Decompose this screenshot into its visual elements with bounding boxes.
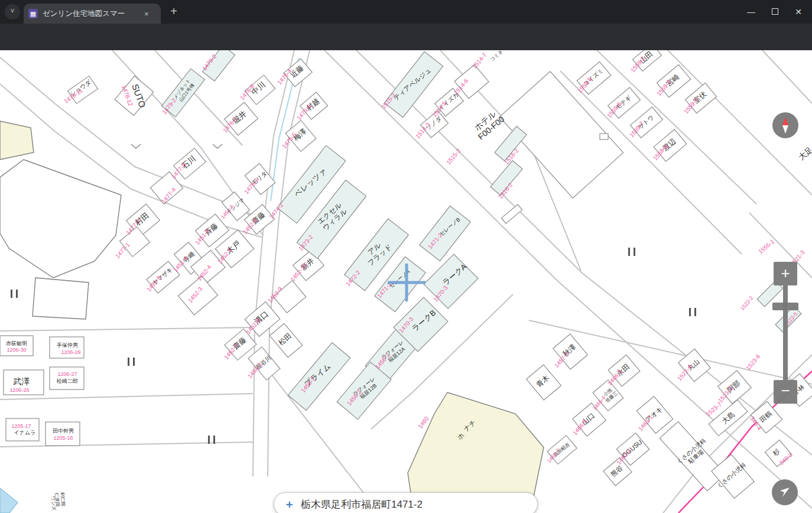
zenrin-map[interactable]: ショウダ1478-11SUTO1478-121479-21479-2メゾネット山… xyxy=(0,50,812,513)
tab-close-icon[interactable]: × xyxy=(144,9,149,18)
map-area xyxy=(0,121,34,160)
browser-tab[interactable]: ▦ ゼンリン住宅地図スマー × xyxy=(24,4,161,24)
new-tab-button[interactable]: + xyxy=(167,5,181,18)
map-label: コミネ xyxy=(489,50,504,62)
maximize-icon xyxy=(772,8,778,15)
map-area xyxy=(33,278,89,319)
map-road xyxy=(253,50,294,476)
map-label: 1206-30 xyxy=(7,347,26,353)
map-area xyxy=(0,488,18,513)
address-search-value[interactable]: 栃木県足利市福居町1471-2 xyxy=(301,498,423,511)
map-label: 1205-17 xyxy=(11,423,31,429)
map-label: ホテルF00-F00 xyxy=(470,107,506,142)
zoom-out-button[interactable]: − xyxy=(774,380,797,404)
map-building xyxy=(46,422,80,446)
map-label: 1522-2 xyxy=(739,295,755,311)
zoom-slider-track[interactable] xyxy=(783,285,788,380)
map-label: 1515-2 xyxy=(445,147,462,165)
map-label: 武澤 xyxy=(13,376,30,386)
map-building xyxy=(600,134,608,139)
compass-needle-icon xyxy=(772,112,798,138)
map-area xyxy=(0,160,121,278)
tab-search-button[interactable]: ˅ xyxy=(5,4,20,20)
tab-title: ゼンリン住宅地図スマー xyxy=(43,9,142,19)
zenrin-favicon-icon: ▦ xyxy=(28,9,38,18)
locate-arrow-icon xyxy=(772,479,798,505)
current-location-button[interactable] xyxy=(772,479,798,505)
crosshair-plus-icon: ＋ xyxy=(284,496,295,512)
window-maximize-button[interactable] xyxy=(769,6,781,18)
map-label: 大足 xyxy=(797,145,812,161)
zoom-in-button[interactable]: + xyxy=(774,262,797,285)
map-label: 1205-16 xyxy=(53,435,73,441)
zoom-slider-handle[interactable] xyxy=(772,303,798,310)
compass-button[interactable] xyxy=(772,112,798,138)
map-label: イナムラ xyxy=(14,430,36,436)
map-label: 松崎二郎 xyxy=(56,378,78,384)
map-label: 1514-7 xyxy=(471,51,488,70)
browser-toolbar: ← → ⟳ app.zip-site.com/smt/app/map.htm ★… xyxy=(0,24,812,50)
window-minimize-button[interactable]: — xyxy=(745,6,757,18)
map-label: 1206-27 xyxy=(57,371,77,377)
window-close-button[interactable]: ✕ xyxy=(792,6,804,18)
map-label: 手塚仲男 xyxy=(57,342,78,348)
map-label: ワンズ xyxy=(50,496,57,511)
map-road xyxy=(0,327,253,331)
map-canvas[interactable]: ショウダ1478-11SUTO1478-121479-21479-2メゾネット山… xyxy=(0,50,812,513)
map-label: 1555-1 xyxy=(757,238,775,255)
browser-tab-strip: ˅ ▦ ゼンリン住宅地図スマー × + — ✕ xyxy=(0,0,812,24)
address-search-bar[interactable]: ＋ 栃木県足利市福居町1471-2 xyxy=(274,492,538,513)
map-label: 1523-6 xyxy=(745,353,762,371)
map-label: 田中幹男 xyxy=(53,428,74,434)
map-label: 1206-26 xyxy=(9,387,29,393)
map-building xyxy=(501,204,522,223)
map-label: 1206-29 xyxy=(61,349,80,355)
map-road xyxy=(762,50,812,103)
map-label: 赤荻敏明 xyxy=(6,340,27,346)
